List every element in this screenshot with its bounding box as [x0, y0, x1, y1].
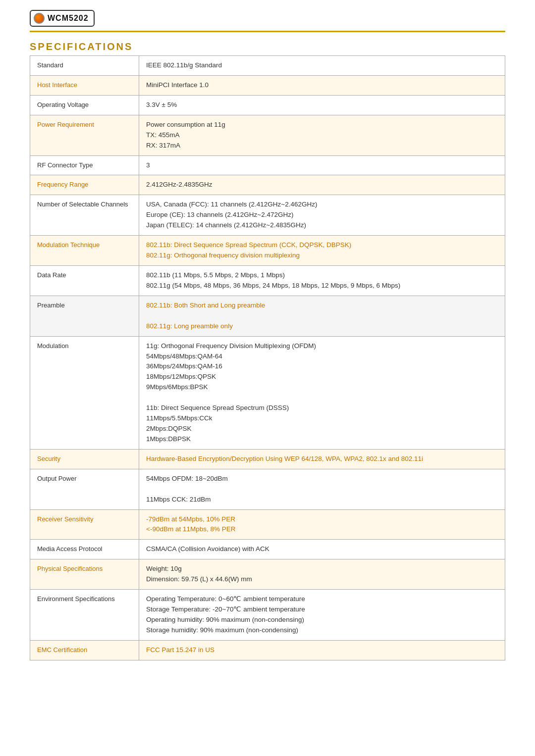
spec-label: Modulation Technique [30, 236, 139, 266]
spec-label: Frequency Range [30, 175, 139, 195]
spec-value: 54Mbps OFDM: 18~20dBm 11Mbps CCK: 21dBm [139, 469, 505, 509]
spec-value: 802.11b: Both Short and Long preamble802… [139, 296, 505, 336]
spec-value: 3.3V ± 5% [139, 95, 505, 115]
spec-value: -79dBm at 54Mpbs, 10% PER <-90dBm at 11M… [139, 509, 505, 540]
spec-label: Host Interface [30, 75, 139, 95]
spec-value: MiniPCI Interface 1.0 [139, 75, 505, 95]
spec-label: RF Connector Type [30, 155, 139, 175]
spec-label: Preamble [30, 296, 139, 336]
spec-label: Power Requirement [30, 115, 139, 155]
spec-value: 2.412GHz-2.4835GHz [139, 175, 505, 195]
spec-label: Number of Selectable Channels [30, 195, 139, 236]
spec-value: 11g: Orthogonal Frequency Division Multi… [139, 336, 505, 449]
spec-title: SPECIFICATIONS [30, 41, 505, 52]
logo-bar: WCM5202 [30, 10, 505, 32]
spec-label: Environment Specifications [30, 590, 139, 641]
spec-label: Media Access Protocol [30, 540, 139, 559]
spec-label: Modulation [30, 336, 139, 449]
spec-label: Receiver Sensitivity [30, 509, 139, 540]
spec-value: 802.11b (11 Mbps, 5.5 Mbps, 2 Mbps, 1 Mb… [139, 265, 505, 296]
spec-label: Standard [30, 56, 139, 76]
spec-value: Hardware-Based Encryption/Decryption Usi… [139, 449, 505, 469]
spec-label: Security [30, 449, 139, 469]
logo-box: WCM5202 [30, 10, 95, 27]
spec-label: Output Power [30, 469, 139, 509]
spec-value: 802.11b: Direct Sequence Spread Spectrum… [139, 236, 505, 266]
spec-value: Operating Temperature: 0~60℃ ambient tem… [139, 590, 505, 641]
spec-label: EMC Certification [30, 640, 139, 660]
spec-label: Operating Voltage [30, 95, 139, 115]
spec-label: Data Rate [30, 265, 139, 296]
spec-value: Power consumption at 11g TX: 455mA RX: 3… [139, 115, 505, 155]
spec-value: IEEE 802.11b/g Standard [139, 56, 505, 76]
spec-value: USA, Canada (FCC): 11 channels (2.412GHz… [139, 195, 505, 236]
spec-label: Physical Specifications [30, 559, 139, 590]
specifications-table: StandardIEEE 802.11b/g StandardHost Inte… [30, 55, 505, 660]
logo-circle [34, 13, 45, 24]
spec-value: Weight: 10g Dimension: 59.75 (L) x 44.6(… [139, 559, 505, 590]
spec-value: FCC Part 15.247 in US [139, 640, 505, 660]
logo-text: WCM5202 [48, 14, 89, 23]
spec-value: CSMA/CA (Collision Avoidance) with ACK [139, 540, 505, 559]
spec-value: 3 [139, 155, 505, 175]
